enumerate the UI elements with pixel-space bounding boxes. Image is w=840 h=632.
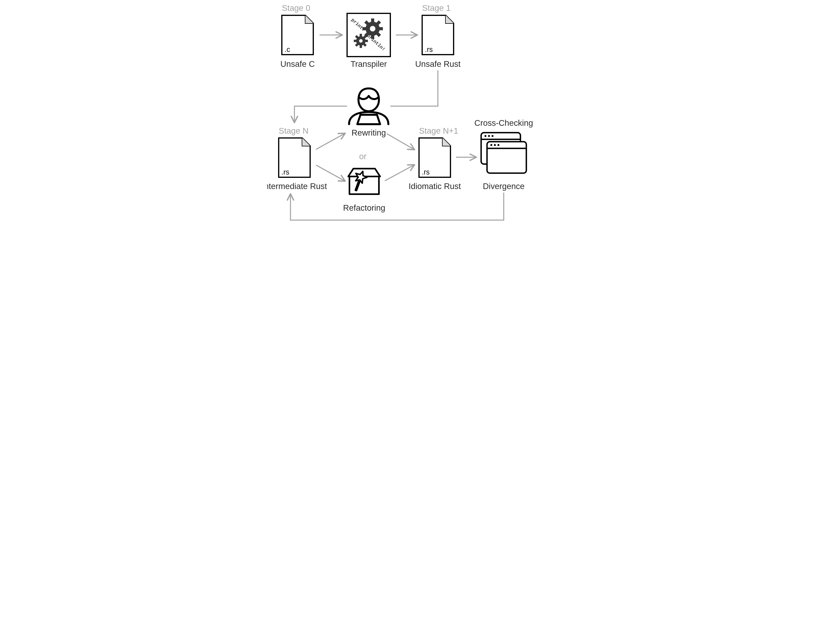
refactoring-box [348,169,380,194]
svg-rect-13 [360,45,362,48]
file-ext-rs1: .rs [425,46,433,54]
svg-point-10 [370,26,376,32]
stage-n1-label: Stage N+1 [419,126,458,135]
diagram-canvas: Stage 0 .c Unsafe C [267,0,573,230]
window-icon-front [487,142,526,173]
intermediate-rust-label: Intermediate Rust [267,182,327,191]
file-idiomatic-rust: Stage N+1 .rs Idiomatic Rust [409,126,461,191]
stage-0-label: Stage 0 [282,3,310,13]
arrow-intermediate-to-refactoring [316,165,344,181]
svg-rect-2 [371,19,374,22]
arrow-unsafe-rust-to-person [390,70,438,106]
transpiler-box: printf println! Transpiler [347,13,390,69]
svg-rect-12 [360,34,362,36]
stage-1-label: Stage 1 [422,3,451,13]
svg-point-20 [359,39,363,43]
svg-point-25 [485,135,486,137]
arrow-refactoring-to-idiomatic [385,165,414,181]
svg-rect-15 [365,40,368,42]
svg-rect-5 [379,27,383,30]
file-unsafe-c: Stage 0 .c Unsafe C [280,3,315,69]
arrow-rewriting-to-idiomatic [387,134,414,149]
transpiler-label: Transpiler [351,59,387,69]
svg-rect-14 [354,40,357,42]
svg-point-31 [494,144,496,146]
refactoring-label: Refactoring [343,203,385,212]
file-ext-c: .c [284,46,290,54]
svg-point-30 [490,144,492,146]
unsafe-rust-label: Unsafe Rust [415,59,461,69]
svg-point-27 [491,135,494,137]
arrow-intermediate-to-rewriting [316,134,344,149]
arrow-person-to-intermediate [294,106,347,122]
file-ext-rs2: .rs [281,168,289,176]
svg-point-26 [488,135,490,137]
stage-n-label: Stage N [279,126,309,135]
or-label: or [359,152,366,161]
rewriting-label: Rewriting [351,128,386,137]
idiomatic-rust-label: Idiomatic Rust [409,182,461,191]
divergence-label: Divergence [483,182,524,191]
unsafe-c-label: Unsafe C [280,59,315,69]
cross-checking-windows: Cross-Checking Divergence [474,118,533,191]
file-unsafe-rust: Stage 1 .rs Unsafe Rust [415,3,461,69]
person-icon [349,88,388,124]
file-ext-rs3: .rs [422,168,429,176]
arrow-divergence-feedback [291,193,504,220]
gear-icon-small [354,34,368,48]
rewriting-person [349,88,388,124]
cross-checking-label: Cross-Checking [474,118,533,128]
svg-rect-28 [487,142,526,173]
file-intermediate-rust: Stage N .rs Intermediate Rust [267,126,327,191]
svg-point-32 [497,144,499,146]
